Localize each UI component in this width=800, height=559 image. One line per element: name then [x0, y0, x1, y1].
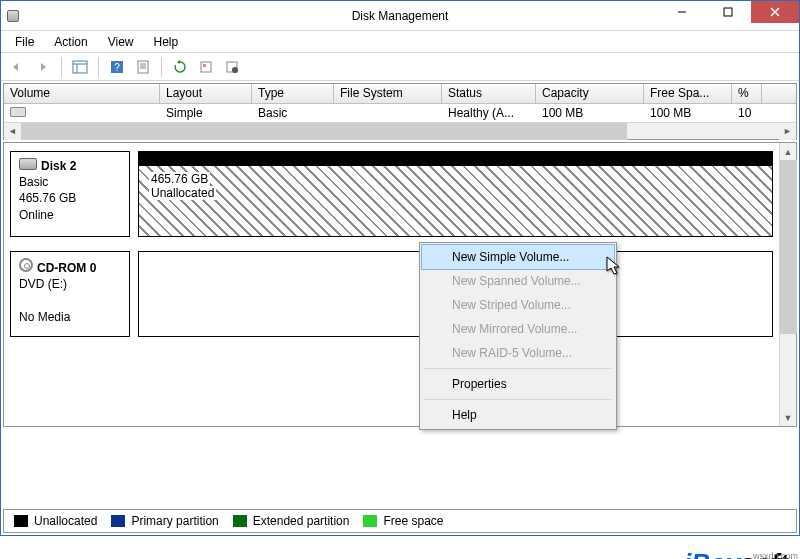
title-bar: Disk Management	[1, 1, 799, 31]
context-menu-item: New Spanned Volume...	[422, 269, 614, 293]
menu-help[interactable]: Help	[146, 33, 187, 51]
context-menu-item: New Striped Volume...	[422, 293, 614, 317]
properties-icon[interactable]	[131, 55, 155, 79]
menu-bar: FileActionViewHelp	[1, 31, 799, 53]
svg-text:?: ?	[114, 62, 120, 73]
scroll-right-button[interactable]: ►	[779, 123, 796, 140]
volume-list: VolumeLayoutTypeFile SystemStatusCapacit…	[3, 83, 797, 140]
forward-button[interactable]	[31, 55, 55, 79]
scroll-down-button[interactable]: ▼	[780, 409, 796, 426]
svg-rect-14	[203, 64, 206, 67]
column-header[interactable]: Volume	[4, 84, 160, 103]
scroll-thumb[interactable]	[780, 160, 797, 334]
legend-item: Primary partition	[111, 514, 218, 528]
menu-separator	[424, 399, 612, 400]
volume-icon	[10, 107, 26, 117]
svg-rect-1	[724, 8, 732, 16]
column-header[interactable]: %	[732, 84, 762, 103]
column-header[interactable]: Type	[252, 84, 334, 103]
menu-file[interactable]: File	[7, 33, 42, 51]
window-title: Disk Management	[352, 9, 449, 23]
disk-management-window: Disk Management FileActionViewHelp ?	[0, 0, 800, 536]
action-icon[interactable]	[194, 55, 218, 79]
legend-item: Unallocated	[14, 514, 97, 528]
scroll-thumb[interactable]	[21, 123, 627, 140]
column-header[interactable]: Layout	[160, 84, 252, 103]
maximize-button[interactable]	[705, 1, 751, 23]
column-headers: VolumeLayoutTypeFile SystemStatusCapacit…	[4, 84, 796, 104]
menu-separator	[424, 368, 612, 369]
minimize-button[interactable]	[659, 1, 705, 23]
context-menu-item[interactable]: Properties	[422, 372, 614, 396]
close-button[interactable]	[751, 1, 799, 23]
back-button[interactable]	[5, 55, 29, 79]
context-menu-item: New RAID-5 Volume...	[422, 341, 614, 365]
context-menu-item[interactable]: Help	[422, 403, 614, 427]
refresh-icon[interactable]	[168, 55, 192, 79]
disk-info[interactable]: CD-ROM 0DVD (E:)No Media	[10, 251, 130, 337]
scroll-up-button[interactable]: ▲	[780, 143, 796, 160]
column-header[interactable]: Status	[442, 84, 536, 103]
view-icon[interactable]	[68, 55, 92, 79]
context-menu: New Simple Volume...New Spanned Volume..…	[419, 242, 617, 430]
toolbar: ?	[1, 53, 799, 81]
scroll-left-button[interactable]: ◄	[4, 123, 21, 140]
legend: UnallocatedPrimary partitionExtended par…	[3, 509, 797, 533]
legend-item: Free space	[363, 514, 443, 528]
app-icon	[7, 8, 23, 24]
help-icon[interactable]: ?	[105, 55, 129, 79]
svg-rect-9	[138, 61, 148, 73]
disk-info[interactable]: Disk 2Basic465.76 GBOnline	[10, 151, 130, 237]
vertical-scrollbar[interactable]: ▲ ▼	[779, 143, 796, 426]
disk-graphical-view: Disk 2Basic465.76 GBOnline465.76 GBUnall…	[3, 142, 797, 427]
watermark-host: wsxdn.com	[753, 551, 798, 559]
legend-item: Extended partition	[233, 514, 350, 528]
context-menu-item[interactable]: New Simple Volume...	[422, 245, 614, 269]
column-header[interactable]: Capacity	[536, 84, 644, 103]
svg-point-16	[232, 67, 238, 73]
svg-rect-4	[73, 61, 87, 73]
horizontal-scrollbar[interactable]: ◄ ►	[4, 122, 796, 139]
disk-row: CD-ROM 0DVD (E:)No Media	[10, 251, 773, 337]
disk-icon	[19, 158, 37, 170]
settings-icon[interactable]	[220, 55, 244, 79]
cd-icon	[19, 258, 33, 272]
context-menu-item: New Mirrored Volume...	[422, 317, 614, 341]
disk-row: Disk 2Basic465.76 GBOnline465.76 GBUnall…	[10, 151, 773, 237]
disk-region[interactable]: 465.76 GBUnallocated	[138, 151, 773, 237]
column-header[interactable]: Free Spa...	[644, 84, 732, 103]
menu-view[interactable]: View	[100, 33, 142, 51]
table-row[interactable]: SimpleBasicHealthy (A...100 MB100 MB10	[4, 104, 796, 122]
column-header[interactable]: File System	[334, 84, 442, 103]
menu-action[interactable]: Action	[46, 33, 95, 51]
